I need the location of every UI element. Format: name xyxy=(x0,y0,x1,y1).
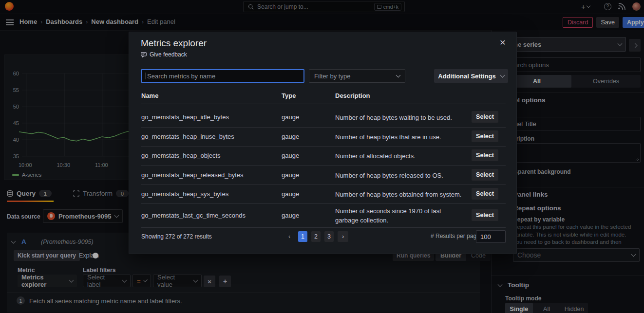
row-divider xyxy=(141,203,506,204)
pagination: ‹123› xyxy=(284,231,348,242)
metrics-explorer-modal: Metrics explorer × Give feedback Search … xyxy=(129,32,517,254)
modal-title: Metrics explorer xyxy=(141,38,207,49)
metric-name: go_memstats_heap_released_bytes xyxy=(141,171,244,179)
next-page-button[interactable]: › xyxy=(338,231,348,242)
column-header-description: Description xyxy=(335,92,370,99)
table-row: go_memstats_heap_released_bytesgaugeNumb… xyxy=(129,166,517,184)
metric-description: Number of heap bytes waiting to be used. xyxy=(335,113,466,123)
select-metric-button[interactable]: Select xyxy=(472,209,498,221)
results-per-page-label: # Results per page xyxy=(431,233,480,239)
column-header-name: Name xyxy=(141,92,158,99)
close-icon[interactable]: × xyxy=(500,37,506,47)
metric-type: gauge xyxy=(282,171,299,179)
table-row: go_memstats_heap_sys_bytesgaugeNumber of… xyxy=(129,184,517,203)
metric-name: go_memstats_heap_inuse_bytes xyxy=(141,133,234,140)
metric-description: Number of heap bytes released to OS. xyxy=(335,171,466,181)
table-row: go_memstats_last_gc_time_secondsgaugeNum… xyxy=(129,206,517,224)
results-summary: Showing 272 of 272 results xyxy=(141,233,212,240)
metric-type: gauge xyxy=(282,133,299,140)
table-row: go_memstats_heap_inuse_bytesgaugeNumber … xyxy=(129,127,517,146)
metric-name: go_memstats_heap_sys_bytes xyxy=(141,190,228,198)
select-metric-button[interactable]: Select xyxy=(472,111,498,123)
page-button-2[interactable]: 2 xyxy=(311,231,321,242)
metric-name: go_memstats_heap_objects xyxy=(141,152,221,159)
metric-description: Number of seconds since 1970 of last gar… xyxy=(335,207,466,225)
prev-page-button[interactable]: ‹ xyxy=(284,231,294,242)
metric-description: Number of heap bytes obtained from syste… xyxy=(335,190,466,200)
grafana-app: Search or jump to... cmd+k + ? Home›Dash… xyxy=(0,0,644,313)
metric-type: gauge xyxy=(282,113,299,121)
select-metric-button[interactable]: Select xyxy=(472,169,498,181)
select-metric-button[interactable]: Select xyxy=(472,130,498,142)
column-header-type: Type xyxy=(282,92,296,99)
give-feedback-link[interactable]: Give feedback xyxy=(141,51,187,58)
metric-type: gauge xyxy=(282,212,299,219)
table-row: go_memstats_heap_objectsgaugeNumber of a… xyxy=(129,146,517,165)
filter-by-type-select[interactable]: Filter by type xyxy=(309,69,405,83)
metrics-search-input[interactable]: Search metrics by name xyxy=(141,69,304,83)
metric-name: go_memstats_heap_idle_bytes xyxy=(141,113,229,121)
text-cursor xyxy=(146,73,146,79)
metric-name: go_memstats_last_gc_time_seconds xyxy=(141,212,246,219)
divider xyxy=(141,104,506,104)
table-row: go_memstats_heap_idle_bytesgaugeNumber o… xyxy=(129,108,517,126)
row-divider xyxy=(141,227,506,228)
metric-description: Number of heap bytes that are in use. xyxy=(335,133,466,142)
additional-settings-button[interactable]: Additional Settings xyxy=(434,69,508,83)
results-per-page-input[interactable]: 100 xyxy=(476,230,506,243)
comment-icon xyxy=(141,52,147,57)
select-metric-button[interactable]: Select xyxy=(472,149,498,161)
metric-type: gauge xyxy=(282,190,299,198)
metric-type: gauge xyxy=(282,152,299,159)
page-button-1[interactable]: 1 xyxy=(298,231,307,242)
select-metric-button[interactable]: Select xyxy=(472,188,498,200)
page-button-3[interactable]: 3 xyxy=(324,231,334,242)
metric-description: Number of allocated objects. xyxy=(335,152,466,161)
